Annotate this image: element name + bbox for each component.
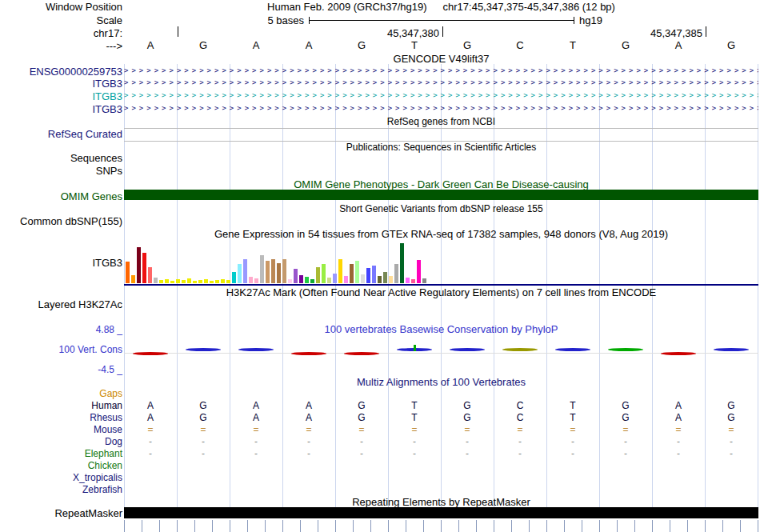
bottom-ruler-tick bbox=[670, 520, 670, 532]
coordinate-tick bbox=[178, 26, 178, 37]
label-x-tropicalis[interactable]: X_tropicalis bbox=[0, 472, 122, 483]
coordinate-tick bbox=[706, 26, 706, 37]
align-cell-mouse: = bbox=[282, 424, 335, 435]
conservation-mark bbox=[344, 352, 379, 355]
align-cell-rhesus: G bbox=[335, 412, 388, 423]
gtex-bar bbox=[254, 278, 258, 283]
label-repeatmasker[interactable]: RepeatMasker bbox=[0, 507, 122, 519]
bottom-ruler-tick bbox=[546, 520, 547, 532]
gtex-bar bbox=[310, 279, 314, 283]
label-chrom[interactable]: chr17: bbox=[0, 27, 122, 39]
bottom-ruler-tick bbox=[476, 520, 477, 532]
gtex-bar bbox=[176, 279, 180, 283]
label-sequences[interactable]: Sequences bbox=[0, 152, 122, 164]
bottom-ruler-tick bbox=[582, 520, 582, 532]
bottom-ruler-tick bbox=[247, 520, 248, 532]
align-cell-human: A bbox=[230, 400, 282, 411]
label-snps[interactable]: SNPs bbox=[0, 165, 122, 177]
gtex-bar bbox=[361, 274, 365, 283]
conservation-mark bbox=[555, 348, 590, 351]
align-cell-mouse: = bbox=[705, 424, 758, 435]
align-cell-dog: - bbox=[599, 436, 652, 447]
coordinate-tick bbox=[442, 26, 443, 37]
ruler-base: G bbox=[599, 39, 652, 51]
header-phylop: 100 vertebrates Basewise Conservation by… bbox=[124, 323, 758, 335]
gtex-bar bbox=[238, 264, 242, 283]
bottom-ruler-tick bbox=[740, 520, 741, 532]
label-dog[interactable]: Dog bbox=[0, 436, 122, 447]
bottom-ruler-tick bbox=[194, 520, 195, 532]
align-cell-dog: - bbox=[230, 436, 282, 447]
bottom-ruler-tick bbox=[353, 520, 354, 532]
gene-track-itgb3-b[interactable]: >>>>>>>>>>>>>>>>>>>>>>>>>>>>>>>>>>>>>>>>… bbox=[124, 90, 758, 100]
bottom-ruler-tick bbox=[722, 520, 723, 532]
gene-track-itgb3-a[interactable]: >>>>>>>>>>>>>>>>>>>>>>>>>>>>>>>>>>>>>>>>… bbox=[124, 78, 758, 87]
genome-browser-view: Human Feb. 2009 (GRCh37/hg19) chr17:45,3… bbox=[0, 0, 760, 532]
label-refseq-curated[interactable]: RefSeq Curated bbox=[0, 128, 122, 140]
gtex-bar bbox=[327, 278, 331, 283]
label-gene-itgb3-b[interactable]: ITGB3 bbox=[0, 90, 122, 102]
gtex-bar bbox=[137, 247, 141, 283]
bottom-ruler-tick bbox=[335, 520, 336, 532]
label-elephant[interactable]: Elephant bbox=[0, 448, 122, 459]
label-strand[interactable]: ---> bbox=[0, 40, 122, 52]
align-cell-elephant: - bbox=[546, 448, 599, 459]
align-cell-rhesus: A bbox=[282, 412, 335, 423]
gtex-bar bbox=[400, 243, 404, 283]
gtex-bar bbox=[232, 272, 236, 283]
label-gaps[interactable]: Gaps bbox=[0, 388, 122, 399]
repeatmasker-bar[interactable] bbox=[124, 507, 758, 518]
bottom-ruler-tick bbox=[282, 520, 283, 532]
label-cons-max[interactable]: 4.88 _ bbox=[0, 324, 122, 335]
gtex-bar bbox=[277, 263, 281, 283]
gtex-bar bbox=[383, 272, 387, 283]
label-gene-itgb3-a[interactable]: ITGB3 bbox=[0, 78, 122, 90]
label-human[interactable]: Human bbox=[0, 400, 122, 411]
gtex-bar bbox=[182, 280, 186, 283]
gtex-bar bbox=[350, 264, 354, 283]
gtex-bar bbox=[198, 280, 202, 283]
label-common-dbsnp[interactable]: Common dbSNP(155) bbox=[0, 215, 122, 227]
bottom-ruler-tick bbox=[142, 520, 142, 532]
gtex-bar bbox=[142, 253, 146, 283]
gtex-bar bbox=[148, 267, 152, 283]
gtex-bar bbox=[226, 280, 230, 283]
align-cell-mouse: = bbox=[599, 424, 652, 435]
label-mouse[interactable]: Mouse bbox=[0, 424, 122, 435]
align-cell-elephant: - bbox=[230, 448, 282, 459]
gtex-bar bbox=[165, 279, 169, 283]
align-cell-mouse: = bbox=[494, 424, 546, 435]
gtex-bar bbox=[288, 279, 292, 283]
bottom-ruler-tick bbox=[758, 520, 758, 532]
bottom-ruler-tick bbox=[318, 520, 318, 532]
label-gene-itgb3-c[interactable]: ITGB3 bbox=[0, 103, 122, 115]
header-dbsnp: Short Genetic Variants from dbSNP releas… bbox=[124, 203, 758, 214]
conservation-mark bbox=[714, 348, 749, 351]
align-cell-elephant: - bbox=[705, 448, 758, 459]
gtex-bar bbox=[215, 280, 219, 283]
gtex-bar bbox=[305, 277, 309, 283]
label-rhesus[interactable]: Rhesus bbox=[0, 412, 122, 423]
label-cons-min[interactable]: -4.5 _ bbox=[0, 364, 122, 375]
label-omim-genes[interactable]: OMIM Genes bbox=[0, 190, 122, 202]
gene-track-itgb3-c[interactable]: >>>>>>>>>>>>>>>>>>>>>>>>>>>>>>>>>>>>>>>>… bbox=[124, 103, 758, 113]
coordinate-label-left: 45,347,380 bbox=[358, 27, 439, 39]
gtex-bar bbox=[417, 260, 421, 283]
align-cell-rhesus: A bbox=[230, 412, 282, 423]
label-chicken[interactable]: Chicken bbox=[0, 460, 122, 471]
label-layered-h3k27ac[interactable]: Layered H3K27Ac bbox=[0, 298, 122, 310]
align-cell-dog: - bbox=[282, 436, 335, 447]
label-window-position[interactable]: Window Position bbox=[0, 1, 122, 13]
align-cell-mouse: = bbox=[652, 424, 705, 435]
label-scale[interactable]: Scale bbox=[0, 14, 122, 26]
omim-genes-bar[interactable] bbox=[124, 190, 758, 200]
gene-track-ensg00000259753[interactable]: >>>>>>>>>>>>>>>>>>>>>>>>>>>>>>>>>>>>>>>>… bbox=[124, 66, 758, 75]
bottom-ruler-tick bbox=[599, 520, 600, 532]
label-gtex-gene[interactable]: ITGB3 bbox=[0, 257, 122, 269]
align-cell-dog: - bbox=[177, 436, 230, 447]
bottom-ruler-tick bbox=[388, 520, 389, 532]
bottom-ruler-tick bbox=[423, 520, 424, 532]
label-zebrafish[interactable]: Zebrafish bbox=[0, 484, 122, 495]
label-gene-ensg[interactable]: ENSG00000259753 bbox=[0, 66, 122, 78]
label-cons-name[interactable]: 100 Vert. Cons bbox=[0, 344, 122, 355]
